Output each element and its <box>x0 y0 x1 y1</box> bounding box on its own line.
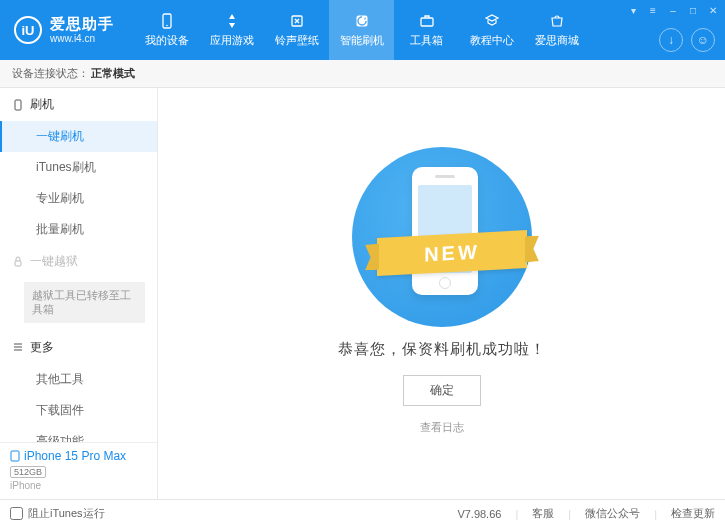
svg-rect-7 <box>11 451 19 461</box>
success-message: 恭喜您，保资料刷机成功啦！ <box>338 340 546 359</box>
sidebar-cat-jailbreak: 一键越狱 <box>0 245 157 278</box>
nav-flash[interactable]: 智能刷机 <box>329 0 394 60</box>
block-itunes-label: 阻止iTunes运行 <box>28 506 105 521</box>
user-icon[interactable]: ☺ <box>691 28 715 52</box>
sidebar-item-pro[interactable]: 专业刷机 <box>0 183 157 214</box>
nav-apps[interactable]: 应用游戏 <box>199 0 264 60</box>
store-icon <box>547 12 567 30</box>
phone-icon <box>10 450 20 462</box>
status-bar: 设备连接状态： 正常模式 <box>0 60 725 88</box>
apps-icon <box>222 12 242 30</box>
status-value: 正常模式 <box>91 66 135 81</box>
sidebar-item-batch[interactable]: 批量刷机 <box>0 214 157 245</box>
device-storage: 512GB <box>10 466 46 478</box>
sidebar-item-advanced[interactable]: 高级功能 <box>0 426 157 442</box>
footer-update[interactable]: 检查更新 <box>671 506 715 521</box>
sidebar-cat-flash[interactable]: 刷机 <box>0 88 157 121</box>
window-controls: ▾ ≡ – □ ✕ <box>627 4 719 16</box>
brand-url: www.i4.cn <box>50 33 114 44</box>
main-area: NEW 恭喜您，保资料刷机成功啦！ 确定 查看日志 <box>158 88 725 499</box>
sidebar-item-other[interactable]: 其他工具 <box>0 364 157 395</box>
device-icon <box>157 12 177 30</box>
flash-icon <box>352 12 372 30</box>
new-banner: NEW <box>377 230 527 276</box>
top-nav: 我的设备 应用游戏 铃声壁纸 智能刷机 工具箱 教程中心 爱思商城 <box>134 0 589 60</box>
download-icon[interactable]: ↓ <box>659 28 683 52</box>
view-log-link[interactable]: 查看日志 <box>420 420 464 435</box>
close-icon[interactable]: ✕ <box>707 4 719 16</box>
footer: 阻止iTunes运行 V7.98.66 | 客服 | 微信公众号 | 检查更新 <box>0 499 725 527</box>
logo-icon: iU <box>14 16 42 44</box>
device-name[interactable]: iPhone 15 Pro Max <box>10 449 147 463</box>
brand: iU 爱思助手 www.i4.cn <box>0 16 128 44</box>
nav-store[interactable]: 爱思商城 <box>524 0 589 60</box>
ok-button[interactable]: 确定 <box>403 375 481 406</box>
footer-support[interactable]: 客服 <box>532 506 554 521</box>
jailbreak-note: 越狱工具已转移至工具箱 <box>24 282 145 323</box>
maximize-icon[interactable]: □ <box>687 4 699 16</box>
success-illustration: NEW <box>342 142 542 322</box>
sidebar-cat-more[interactable]: 更多 <box>0 331 157 364</box>
svg-rect-5 <box>15 100 21 110</box>
nav-tutorials[interactable]: 教程中心 <box>459 0 524 60</box>
nav-my-device[interactable]: 我的设备 <box>134 0 199 60</box>
toolbox-icon <box>417 12 437 30</box>
sidebar-item-download[interactable]: 下载固件 <box>0 395 157 426</box>
status-prefix: 设备连接状态： <box>12 66 89 81</box>
tutorial-icon <box>482 12 502 30</box>
brand-name: 爱思助手 <box>50 16 114 33</box>
header-actions: ↓ ☺ <box>659 28 715 52</box>
svg-rect-6 <box>15 261 21 266</box>
device-type: iPhone <box>10 480 147 491</box>
sidebar-item-oneclick[interactable]: 一键刷机 <box>0 121 157 152</box>
version-label: V7.98.66 <box>457 508 501 520</box>
sidebar: 刷机 一键刷机 iTunes刷机 专业刷机 批量刷机 一键越狱 越狱工具已转移至… <box>0 88 158 499</box>
svg-point-1 <box>166 25 168 27</box>
device-info: iPhone 15 Pro Max 512GB iPhone <box>0 442 157 499</box>
sidebar-item-itunes[interactable]: iTunes刷机 <box>0 152 157 183</box>
app-header: iU 爱思助手 www.i4.cn 我的设备 应用游戏 铃声壁纸 智能刷机 工具… <box>0 0 725 60</box>
menu-icon[interactable]: ▾ <box>627 4 639 16</box>
settings-icon[interactable]: ≡ <box>647 4 659 16</box>
nav-ringtones[interactable]: 铃声壁纸 <box>264 0 329 60</box>
ringtone-icon <box>287 12 307 30</box>
chk-block-itunes[interactable] <box>10 507 23 520</box>
nav-toolbox[interactable]: 工具箱 <box>394 0 459 60</box>
minimize-icon[interactable]: – <box>667 4 679 16</box>
footer-wechat[interactable]: 微信公众号 <box>585 506 640 521</box>
svg-rect-4 <box>421 18 433 26</box>
